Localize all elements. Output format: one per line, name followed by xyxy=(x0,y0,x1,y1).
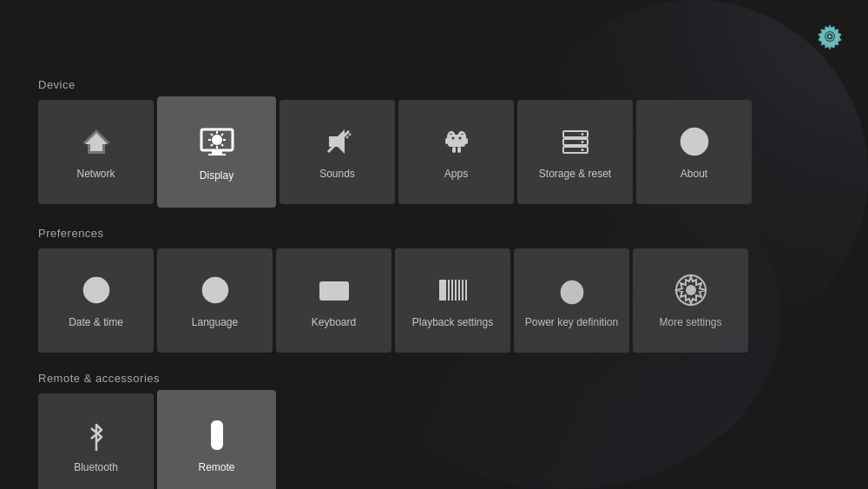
svg-rect-64 xyxy=(462,280,464,301)
svg-rect-34 xyxy=(563,139,588,145)
datetime-label: Date & time xyxy=(69,316,123,328)
svg-rect-8 xyxy=(208,154,226,155)
remote-tile-label: Remote xyxy=(198,461,234,473)
svg-rect-52 xyxy=(334,286,338,288)
display-tile[interactable]: Display xyxy=(157,96,276,208)
svg-rect-27 xyxy=(452,147,456,153)
device-tiles: Network Display xyxy=(38,100,868,208)
svg-rect-61 xyxy=(451,280,453,301)
svg-rect-26 xyxy=(464,138,468,144)
network-label: Network xyxy=(76,168,115,180)
svg-rect-56 xyxy=(334,291,338,294)
sounds-tile[interactable]: Sounds xyxy=(279,100,395,204)
svg-text:i: i xyxy=(692,133,696,150)
moresettings-label: More settings xyxy=(659,316,721,328)
svg-line-17 xyxy=(210,144,212,146)
bluetooth-tile[interactable]: Bluetooth xyxy=(38,393,154,489)
apps-label: Apps xyxy=(444,168,468,180)
remote-label: Remote & accessories xyxy=(38,372,868,385)
about-tile[interactable]: i About xyxy=(636,100,752,204)
svg-point-36 xyxy=(581,133,583,135)
storage-label: Storage & reset xyxy=(539,168,611,180)
svg-rect-28 xyxy=(457,147,461,153)
sounds-label: Sounds xyxy=(319,168,355,180)
playback-label: Playback settings xyxy=(412,316,493,328)
device-label: Device xyxy=(38,78,868,91)
bluetooth-label: Bluetooth xyxy=(74,461,118,473)
device-section: Device Network xyxy=(38,78,868,208)
svg-rect-7 xyxy=(212,150,222,154)
svg-point-9 xyxy=(212,135,222,145)
svg-rect-33 xyxy=(563,131,588,137)
remote-tile[interactable]: Remote xyxy=(157,390,276,489)
svg-line-14 xyxy=(210,134,212,135)
svg-line-16 xyxy=(221,134,223,135)
svg-rect-54 xyxy=(324,291,327,294)
apps-tile[interactable]: Apps xyxy=(398,100,514,204)
svg-point-30 xyxy=(458,137,461,140)
settings-icon[interactable] xyxy=(809,16,851,57)
svg-point-72 xyxy=(214,434,220,439)
preferences-label: Preferences xyxy=(38,227,868,240)
svg-rect-60 xyxy=(448,280,450,301)
language-tile[interactable]: Language xyxy=(157,248,273,353)
remote-tiles: Bluetooth Remote xyxy=(38,393,868,489)
preferences-tiles: Date & time Language xyxy=(38,248,868,353)
svg-line-20 xyxy=(346,136,348,138)
display-label: Display xyxy=(200,169,233,182)
svg-rect-53 xyxy=(339,286,343,288)
svg-rect-57 xyxy=(339,291,343,294)
playback-tile[interactable]: Playback settings xyxy=(395,248,510,353)
moresettings-tile[interactable]: More settings xyxy=(633,248,748,353)
svg-rect-62 xyxy=(455,280,457,301)
preferences-section: Preferences Date & time Language xyxy=(38,227,868,353)
svg-point-69 xyxy=(686,285,696,295)
svg-rect-65 xyxy=(465,280,467,301)
keyboard-label: Keyboard xyxy=(312,316,356,328)
svg-line-21 xyxy=(349,134,351,135)
powerkey-label: Power key definition xyxy=(525,316,618,328)
svg-line-15 xyxy=(221,144,223,146)
svg-rect-63 xyxy=(458,280,460,301)
svg-point-38 xyxy=(581,149,583,151)
remote-section: Remote & accessories Bluetooth Remote xyxy=(38,372,868,489)
datetime-tile[interactable]: Date & time xyxy=(38,248,154,353)
keyboard-tile[interactable]: Keyboard xyxy=(276,248,391,353)
storage-tile[interactable]: Storage & reset xyxy=(517,100,633,204)
svg-rect-59 xyxy=(439,280,446,301)
svg-rect-55 xyxy=(329,291,332,294)
svg-rect-25 xyxy=(445,138,449,144)
svg-point-29 xyxy=(451,137,454,140)
svg-rect-58 xyxy=(326,296,342,299)
powerkey-tile[interactable]: Power key definition xyxy=(514,248,629,353)
svg-rect-51 xyxy=(329,286,332,288)
svg-rect-24 xyxy=(448,135,465,147)
svg-rect-35 xyxy=(563,147,588,153)
svg-point-37 xyxy=(581,141,583,143)
svg-rect-50 xyxy=(324,286,327,288)
language-label: Language xyxy=(192,316,238,328)
svg-point-3 xyxy=(828,35,831,37)
about-label: About xyxy=(681,168,707,180)
network-tile[interactable]: Network xyxy=(38,100,154,204)
